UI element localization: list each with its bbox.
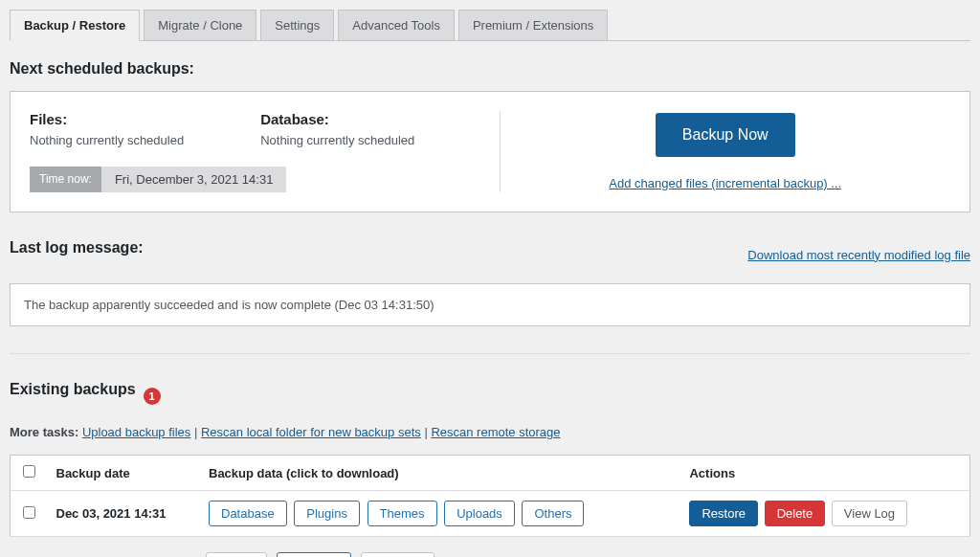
incremental-backup-link[interactable]: Add changed files (incremental backup) .…	[609, 176, 841, 190]
database-status: Nothing currently scheduled	[260, 133, 414, 147]
actions-cell: Restore Delete View Log	[681, 491, 969, 537]
rescan-remote-link[interactable]: Rescan remote storage	[431, 425, 560, 439]
files-status: Nothing currently scheduled	[30, 133, 184, 147]
database-label: Database:	[260, 111, 414, 127]
backup-data-cell: Database Plugins Themes Uploads Others	[201, 491, 681, 537]
tab-backup-restore[interactable]: Backup / Restore	[10, 10, 140, 41]
existing-backups-heading: Existing backups	[10, 381, 136, 398]
select-all-checkbox[interactable]	[23, 465, 35, 478]
backup-now-button[interactable]: Backup Now	[656, 113, 795, 157]
download-uploads-button[interactable]: Uploads	[444, 501, 515, 526]
backups-table: Backup date Backup data (click to downlo…	[10, 455, 970, 537]
schedule-right: Backup Now Add changed files (incrementa…	[501, 111, 951, 192]
delete-button[interactable]: Delete	[765, 501, 826, 526]
separator: |	[194, 425, 201, 439]
col-actions: Actions	[681, 456, 969, 491]
existing-backups-count-badge: 1	[144, 388, 161, 405]
more-tasks-row: More tasks: Upload backup files | Rescan…	[10, 425, 970, 439]
bulk-deselect-button[interactable]: Deselect	[361, 552, 434, 557]
more-tasks-label: More tasks:	[10, 425, 78, 439]
download-others-button[interactable]: Others	[522, 501, 584, 526]
time-now-value: Fri, December 3, 2021 14:31	[101, 167, 286, 192]
time-now-label: Time now:	[30, 167, 101, 192]
tab-advanced-tools[interactable]: Advanced Tools	[338, 10, 455, 40]
files-label: Files:	[30, 111, 184, 127]
last-log-message: The backup apparently succeeded and is n…	[10, 283, 970, 326]
schedule-database: Database: Nothing currently scheduled	[260, 111, 414, 147]
schedule-files: Files: Nothing currently scheduled	[30, 111, 184, 147]
bulk-delete-button[interactable]: Delete	[206, 552, 267, 557]
col-backup-date: Backup date	[49, 456, 202, 491]
tab-premium-extensions[interactable]: Premium / Extensions	[458, 10, 608, 40]
download-database-button[interactable]: Database	[209, 501, 287, 526]
schedule-left: Files: Nothing currently scheduled Datab…	[30, 111, 501, 192]
download-themes-button[interactable]: Themes	[368, 501, 437, 526]
restore-button[interactable]: Restore	[689, 501, 758, 526]
backup-date-cell: Dec 03, 2021 14:31	[49, 491, 202, 537]
table-header-row: Backup date Backup data (click to downlo…	[11, 456, 970, 491]
bulk-actions-row: Actions upon selected backups Delete Sel…	[10, 552, 970, 557]
upload-backup-files-link[interactable]: Upload backup files	[82, 425, 190, 439]
bulk-select-all-button[interactable]: Select all	[277, 552, 352, 557]
col-backup-data: Backup data (click to download)	[201, 456, 681, 491]
tab-migrate-clone[interactable]: Migrate / Clone	[144, 10, 256, 40]
view-log-button[interactable]: View Log	[832, 501, 907, 526]
last-log-heading: Last log message:	[10, 239, 144, 256]
next-scheduled-heading: Next scheduled backups:	[10, 60, 970, 78]
download-log-link[interactable]: Download most recently modified log file	[747, 248, 970, 262]
table-row: Dec 03, 2021 14:31 Database Plugins Them…	[11, 491, 970, 537]
tab-bar: Backup / Restore Migrate / Clone Setting…	[10, 10, 970, 41]
next-scheduled-box: Files: Nothing currently scheduled Datab…	[10, 91, 970, 212]
download-plugins-button[interactable]: Plugins	[294, 501, 360, 526]
row-checkbox[interactable]	[23, 506, 35, 519]
time-now-row: Time now: Fri, December 3, 2021 14:31	[30, 167, 286, 192]
section-divider	[10, 353, 970, 354]
tab-settings[interactable]: Settings	[260, 10, 334, 40]
rescan-local-link[interactable]: Rescan local folder for new backup sets	[201, 425, 421, 439]
